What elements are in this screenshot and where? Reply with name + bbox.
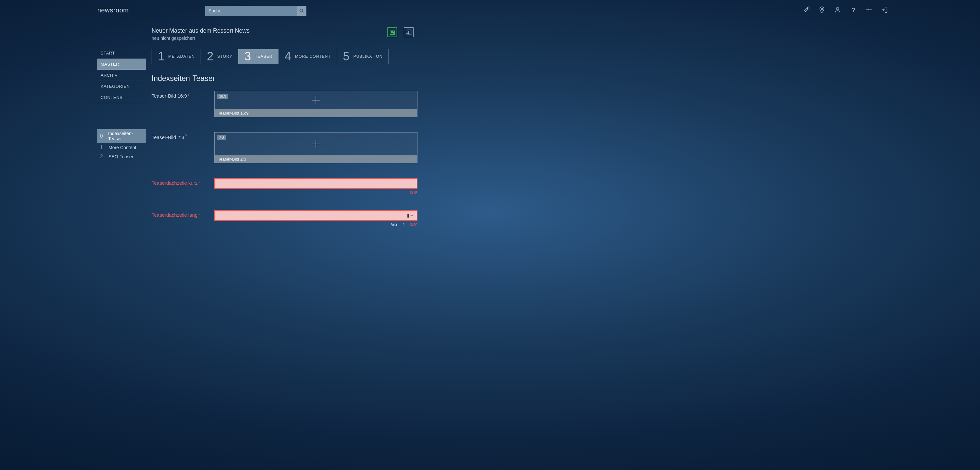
svg-rect-9: [391, 33, 394, 35]
word-export-button[interactable]: W: [404, 27, 414, 37]
side-nav: START MASTER ARCHIV KATEGORIEN CONTENS: [97, 48, 146, 103]
floppy-icon: [389, 29, 396, 36]
svg-text:W: W: [406, 31, 409, 33]
step-number: 4: [285, 51, 291, 62]
help-icon[interactable]: ?: [402, 222, 405, 227]
pin-icon[interactable]: [818, 6, 826, 14]
sidenav-item-start[interactable]: START: [97, 48, 146, 59]
user-icon[interactable]: [834, 6, 842, 14]
search-icon: [299, 8, 304, 13]
subnav-num: 2: [100, 154, 104, 160]
subnav-label: SEO-Teaser: [108, 154, 133, 159]
svg-point-2: [821, 8, 823, 10]
page-title: Neuer Master aus dem Ressort News: [151, 27, 417, 34]
image-drop-23[interactable]: 2:3 Teaser-Bild 2:3: [214, 132, 417, 163]
add-image-icon: [311, 95, 320, 105]
ratio-badge: 16:9: [217, 94, 228, 99]
step-label: TEASER: [255, 54, 272, 59]
step-story[interactable]: 2 STORY: [200, 49, 238, 64]
sidenav-item-master[interactable]: MASTER: [97, 59, 146, 70]
label-teaser-bild-169: Teaser-Bild 16:9?: [151, 91, 214, 98]
section-nav: 0 Indexseiten-Teaser 1 More Content 2 SE…: [97, 129, 146, 161]
step-metadaten[interactable]: 1 METADATEN: [151, 49, 200, 64]
step-number: 1: [158, 51, 164, 62]
subnav-label: More Content: [108, 145, 136, 150]
svg-point-3: [836, 8, 838, 10]
step-teaser[interactable]: 3 TEASER: [238, 49, 278, 64]
step-tabs: 1 METADATEN 2 STORY 3 TEASER 4 MORE CONT…: [151, 49, 417, 64]
sidenav-item-archiv[interactable]: ARCHIV: [97, 70, 146, 81]
image-caption: Teaser-Bild 2:3: [215, 156, 417, 163]
label-dachzeile-lang: Teaserdachzeile lang *: [151, 210, 214, 218]
ratio-badge: 2:3: [217, 135, 226, 140]
link-icon[interactable]: [391, 223, 397, 227]
input-dachzeile-kurz[interactable]: [214, 178, 417, 189]
sidenav-item-kategorien[interactable]: KATEGORIEN: [97, 81, 146, 92]
search-input[interactable]: [205, 6, 297, 16]
search-button[interactable]: [297, 6, 306, 16]
svg-rect-8: [391, 30, 393, 31]
help-icon[interactable]: ?: [850, 6, 857, 14]
svg-point-0: [299, 9, 302, 12]
input-dachzeile-lang[interactable]: [214, 210, 417, 221]
svg-line-1: [302, 11, 303, 13]
step-label: METADATEN: [168, 54, 195, 59]
step-label: STORY: [217, 54, 232, 59]
image-caption: Teaser-Bild 16:9: [215, 110, 417, 117]
subnav-more-content[interactable]: 1 More Content: [97, 143, 146, 152]
page-subtitle: neu nicht gespeichert: [151, 36, 417, 41]
app-logo[interactable]: newsroom: [97, 6, 129, 14]
step-label: MORE CONTENT: [295, 54, 331, 59]
svg-text:?: ?: [852, 6, 855, 13]
help-icon[interactable]: ?: [185, 134, 187, 138]
expand-arrow-icon[interactable]: ▮→: [407, 213, 414, 218]
step-number: 2: [207, 51, 213, 62]
section-heading: Indexseiten-Teaser: [151, 74, 417, 83]
step-number: 3: [244, 51, 251, 62]
step-number: 5: [343, 51, 350, 62]
step-more-content[interactable]: 4 MORE CONTENT: [278, 49, 336, 64]
subnav-seo-teaser[interactable]: 2 SEO-Teaser: [97, 152, 146, 161]
step-publikation[interactable]: 5 PUBLIKATION: [337, 49, 389, 64]
add-image-icon: [311, 140, 320, 149]
step-label: PUBLIKATION: [353, 54, 382, 59]
logout-icon[interactable]: [881, 6, 889, 14]
char-counter: 0/15: [410, 191, 417, 195]
label-teaser-bild-23: Teaser-Bild 2:3?: [151, 132, 214, 140]
subnav-indexseiten-teaser[interactable]: 0 Indexseiten-Teaser: [97, 129, 146, 143]
subnav-num: 1: [100, 144, 104, 151]
sidenav-item-contens[interactable]: CONTENS: [97, 92, 146, 103]
char-counter: 0/30: [410, 222, 417, 227]
image-drop-169[interactable]: 16:9 Teaser-Bild 16:9: [214, 91, 417, 117]
subnav-label: Indexseiten-Teaser: [108, 131, 144, 141]
plus-icon[interactable]: [865, 6, 873, 14]
wrench-icon[interactable]: [802, 6, 810, 14]
label-dachzeile-kurz: Teaserdachzeile kurz *: [151, 178, 214, 186]
save-button[interactable]: [387, 27, 397, 37]
word-icon: W: [405, 29, 412, 36]
subnav-num: 0: [100, 133, 103, 139]
help-icon[interactable]: ?: [188, 93, 189, 96]
